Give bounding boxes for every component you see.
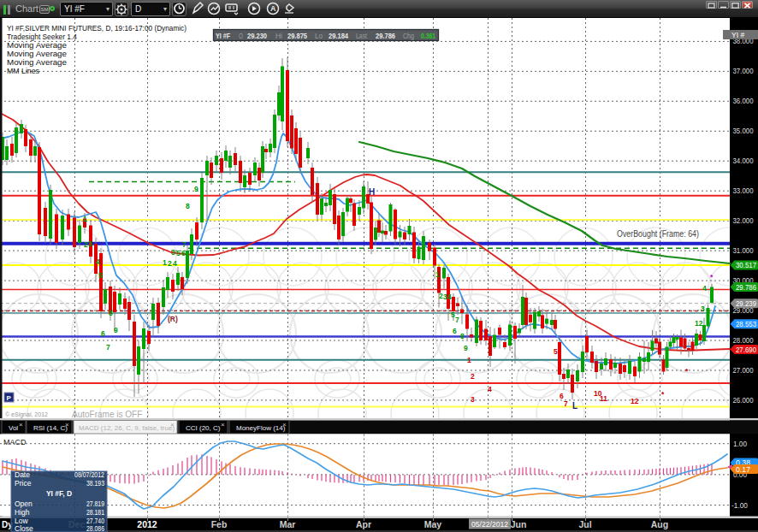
- svg-text:MM Lines: MM Lines: [7, 66, 39, 75]
- svg-text:8: 8: [109, 309, 113, 317]
- svg-text:1: 1: [163, 258, 167, 267]
- svg-text:9: 9: [114, 326, 118, 334]
- svg-text:1: 1: [435, 270, 440, 279]
- svg-text:Date: Date: [15, 470, 30, 479]
- svg-text:29.875: 29.875: [287, 32, 307, 40]
- svg-text:31.000: 31.000: [733, 246, 754, 255]
- svg-text:YI #F, D: YI #F, D: [46, 489, 72, 498]
- svg-text:Lo: Lo: [315, 32, 323, 40]
- svg-text:4: 4: [488, 385, 492, 393]
- svg-text:34.000: 34.000: [733, 157, 754, 165]
- svg-text:(R): (R): [168, 315, 178, 323]
- svg-text:0.17: 0.17: [736, 465, 750, 474]
- svg-text:Price: Price: [15, 479, 32, 488]
- svg-text:MACD (12, 26, C, 9, false, tru: MACD (12, 26, C, 9, false, true): [79, 424, 175, 432]
- svg-text:28.086: 28.086: [86, 524, 104, 532]
- svg-text:4: 4: [702, 284, 707, 293]
- svg-text:29.786: 29.786: [376, 32, 395, 40]
- svg-text:9: 9: [464, 344, 468, 352]
- svg-text:6: 6: [101, 329, 105, 338]
- svg-text:×: ×: [170, 421, 175, 429]
- svg-text:A: A: [270, 4, 276, 13]
- svg-text:1.00: 1.00: [733, 440, 747, 448]
- svg-text:1: 1: [467, 356, 471, 364]
- svg-text:© eSignal, 2012: © eSignal, 2012: [5, 411, 48, 418]
- svg-text:29.786: 29.786: [736, 283, 756, 292]
- svg-text:3: 3: [701, 304, 705, 313]
- svg-text:MACD: MACD: [3, 438, 27, 446]
- svg-text:26.000: 26.000: [733, 396, 754, 405]
- svg-text:29.239: 29.239: [736, 299, 756, 308]
- svg-text:-1.00: -1.00: [731, 501, 748, 510]
- svg-text:Chg: Chg: [403, 32, 414, 40]
- svg-text:3: 3: [471, 395, 475, 404]
- svg-text:RSI (14, C): RSI (14, C): [33, 424, 68, 432]
- svg-text:Close: Close: [15, 524, 33, 532]
- svg-text:5: 5: [98, 271, 103, 280]
- svg-text:Hi: Hi: [275, 32, 282, 40]
- svg-text:2012: 2012: [137, 519, 157, 529]
- svg-text:11: 11: [600, 394, 607, 403]
- svg-text:28.181: 28.181: [86, 508, 104, 517]
- svg-text:05/22/2012: 05/22/2012: [471, 520, 508, 529]
- svg-text:7: 7: [564, 399, 568, 408]
- svg-text:L: L: [572, 401, 577, 411]
- svg-text:3: 3: [171, 248, 175, 257]
- svg-text:×: ×: [282, 421, 287, 429]
- svg-text:Last: Last: [356, 32, 367, 40]
- svg-text:YI #: YI #: [731, 31, 744, 39]
- svg-text:CCI (20, C): CCI (20, C): [186, 424, 221, 432]
- svg-text:Jun: Jun: [511, 519, 527, 529]
- svg-text:H: H: [369, 187, 375, 197]
- svg-text:Aug: Aug: [651, 519, 668, 529]
- svg-text:×: ×: [221, 421, 225, 429]
- svg-text:6: 6: [453, 327, 457, 335]
- svg-text:29.184: 29.184: [329, 32, 348, 40]
- svg-text:×: ×: [65, 421, 69, 429]
- svg-text:4: 4: [96, 257, 100, 266]
- svg-text:27.690: 27.690: [736, 346, 756, 354]
- svg-text:8: 8: [460, 332, 465, 340]
- svg-text:7: 7: [182, 240, 187, 249]
- svg-text:P: P: [7, 394, 12, 402]
- svg-text:32.000: 32.000: [733, 216, 754, 225]
- svg-text:Vol: Vol: [9, 424, 18, 432]
- svg-text:Open: Open: [15, 499, 33, 508]
- svg-text:MoneyFlow (14): MoneyFlow (14): [236, 424, 286, 432]
- svg-text:8: 8: [186, 202, 190, 210]
- svg-text:4: 4: [173, 259, 177, 268]
- svg-text:3: 3: [88, 239, 92, 248]
- svg-text:08/07/2012: 08/07/2012: [74, 470, 104, 479]
- svg-text:7: 7: [455, 316, 459, 324]
- svg-text:High: High: [15, 508, 30, 517]
- svg-text:2: 2: [168, 259, 172, 268]
- svg-text:AutoFrame is OFF: AutoFrame is OFF: [72, 410, 142, 419]
- svg-text:5: 5: [176, 249, 181, 257]
- svg-text:35.000: 35.000: [733, 127, 754, 135]
- svg-text:Apr: Apr: [356, 519, 371, 529]
- svg-text:4: 4: [447, 293, 452, 301]
- svg-text:O: O: [239, 32, 243, 40]
- svg-text:28.553: 28.553: [736, 320, 756, 328]
- svg-text:29.230: 29.230: [247, 32, 267, 40]
- svg-text:33.000: 33.000: [733, 186, 754, 195]
- svg-text:27.000: 27.000: [733, 366, 754, 375]
- svg-text:12: 12: [631, 397, 639, 405]
- svg-text:×: ×: [19, 421, 23, 429]
- svg-text:37.000: 37.000: [733, 67, 754, 75]
- svg-text:Jul: Jul: [578, 519, 591, 529]
- svg-text:28.000: 28.000: [733, 336, 754, 345]
- svg-text:2: 2: [471, 372, 475, 381]
- svg-text:30.517: 30.517: [736, 261, 756, 269]
- svg-text:36.000: 36.000: [733, 97, 754, 105]
- svg-text:27.819: 27.819: [86, 499, 104, 508]
- svg-text:5: 5: [554, 347, 558, 356]
- svg-text:Feb: Feb: [211, 519, 228, 529]
- svg-text:12: 12: [695, 319, 703, 328]
- svg-text:1: 1: [83, 215, 87, 223]
- svg-text:6: 6: [181, 249, 186, 257]
- svg-text:9: 9: [194, 185, 198, 193]
- svg-text:May: May: [424, 519, 442, 529]
- svg-text:7: 7: [106, 343, 110, 352]
- svg-text:OverBought (Frame: 64): OverBought (Frame: 64): [617, 229, 699, 239]
